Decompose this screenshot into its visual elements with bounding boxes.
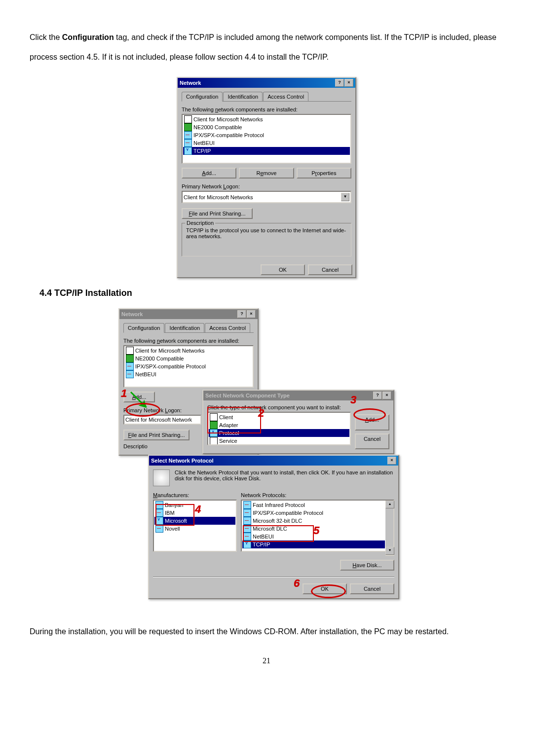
chevron-down-icon[interactable]: ▼ [341, 193, 349, 201]
primary-logon-label: Primary Network Logon: [182, 183, 351, 189]
have-disk-button[interactable]: Have Disk... [340, 560, 394, 571]
components-listbox[interactable]: Client for Microsoft Networks NE2000 Com… [182, 114, 351, 164]
annotation-5: 5 [313, 524, 319, 537]
tab-configuration[interactable]: Configuration [123, 323, 164, 333]
protocol-icon [184, 147, 192, 155]
section-heading: 4.4 TCP/IP Installation [30, 288, 503, 298]
protocol-icon [126, 362, 134, 370]
file-print-sharing-button[interactable]: File and Print Sharing... [123, 430, 190, 440]
help-icon[interactable]: ? [237, 310, 246, 318]
list-label: The following network components are ins… [182, 107, 351, 112]
titlebar: Network ? × [119, 309, 258, 319]
protocol-icon [184, 139, 192, 147]
add-button[interactable]: Add... [182, 168, 236, 179]
file-print-sharing-button[interactable]: File and Print Sharing... [182, 208, 253, 219]
tab-configuration[interactable]: Configuration [182, 92, 223, 102]
tab-access-control[interactable]: Access Control [263, 92, 308, 101]
close-icon[interactable]: × [247, 310, 256, 318]
cancel-button[interactable]: Cancel [355, 433, 389, 450]
tab-identification[interactable]: Identification [165, 323, 204, 332]
client-icon [126, 347, 134, 355]
tab-identification[interactable]: Identification [223, 92, 263, 101]
list-item[interactable]: NE2000 Compatible [183, 123, 350, 131]
close-icon[interactable]: × [382, 392, 391, 399]
ok-button[interactable]: OK [261, 264, 305, 275]
closing-paragraph: During the installation, you will be req… [30, 622, 503, 642]
titlebar: Select Network Protocol × [149, 456, 398, 466]
page-number: 21 [30, 656, 503, 665]
cancel-button[interactable]: Cancel [308, 264, 352, 275]
close-icon[interactable]: × [387, 457, 396, 465]
network-dialog-1: Network ? × Configuration Identification… [177, 77, 356, 278]
list-item[interactable]: Client for Microsoft Networks [125, 347, 252, 355]
list-item[interactable]: IPX/SPX-compatible Protocol [183, 131, 350, 139]
info-icon [153, 469, 170, 486]
cancel-button[interactable]: Cancel [350, 583, 394, 594]
titlebar: Select Network Component Type ? × [203, 391, 393, 400]
annotation-6: 6 [294, 577, 300, 590]
annotation-4: 4 [195, 503, 201, 516]
composite-figure: Network ? × Configuration Identification… [118, 308, 415, 614]
service-icon [210, 437, 218, 445]
protocol-icon [243, 517, 251, 525]
primary-logon-dropdown[interactable]: Client for Microsoft Network [123, 415, 201, 425]
dialog-title: Select Network Component Type [205, 393, 290, 398]
list-item[interactable]: IPX/SPX-compatible Protocol [242, 509, 385, 517]
list-item[interactable]: Novell [154, 525, 235, 533]
protocol-icon [243, 509, 251, 517]
annotation-oval [353, 408, 386, 421]
adapter-icon [126, 355, 134, 362]
protocol-icon [126, 370, 134, 378]
list-item[interactable]: NetBEUI [125, 370, 252, 378]
list-item[interactable]: Microsoft 32-bit DLC [242, 517, 385, 525]
list-item[interactable]: NetBEUI [183, 139, 350, 147]
list-item[interactable]: Fast Infrared Protocol [242, 501, 385, 509]
close-icon[interactable]: × [344, 79, 353, 87]
description-text: TCP/IP is the protocol you use to connec… [186, 227, 347, 239]
components-listbox[interactable]: Client for Microsoft Networks NE2000 Com… [123, 345, 254, 388]
tab-access-control[interactable]: Access Control [205, 323, 250, 332]
description-fieldset: Description TCP/IP is the protocol you u… [182, 223, 351, 256]
annotation-oval [311, 584, 346, 598]
scroll-down-icon[interactable]: ▼ [385, 547, 394, 555]
protocols-label: Network Protocols: [241, 492, 394, 498]
primary-logon-dropdown[interactable]: Client for Microsoft Networks ▼ [182, 191, 351, 203]
list-item[interactable]: Client for Microsoft Networks [183, 115, 350, 123]
dialog-title: Network [180, 80, 201, 86]
list-item[interactable]: Service [209, 437, 349, 445]
dialog-title: Network [121, 311, 143, 317]
list-item[interactable]: NE2000 Compatible [125, 355, 252, 362]
adapter-icon [184, 123, 192, 131]
annotation-rect [207, 407, 261, 433]
help-icon[interactable]: ? [373, 392, 382, 399]
remove-button[interactable]: Remove [239, 168, 294, 179]
properties-button[interactable]: Properties [297, 168, 351, 179]
protocol-icon [184, 131, 192, 139]
client-icon [184, 115, 192, 123]
annotation-1: 1 [121, 387, 127, 400]
protocol-icon [155, 525, 163, 533]
list-item[interactable]: IPX/SPX-compatible Protocol [125, 362, 252, 370]
annotation-rect [155, 504, 194, 526]
intro-paragraph: Click the Configuration tag, and check i… [30, 28, 503, 67]
help-icon[interactable]: ? [335, 79, 344, 87]
annotation-3: 3 [350, 394, 356, 406]
annotation-oval [125, 403, 160, 417]
scroll-up-icon[interactable]: ▲ [385, 501, 394, 508]
annotation-rect [243, 525, 314, 542]
list-item[interactable]: TCP/IP [183, 147, 350, 155]
titlebar: Network ? × [178, 78, 355, 88]
protocol-icon [243, 501, 251, 509]
dialog-title: Select Network Protocol [151, 458, 214, 464]
